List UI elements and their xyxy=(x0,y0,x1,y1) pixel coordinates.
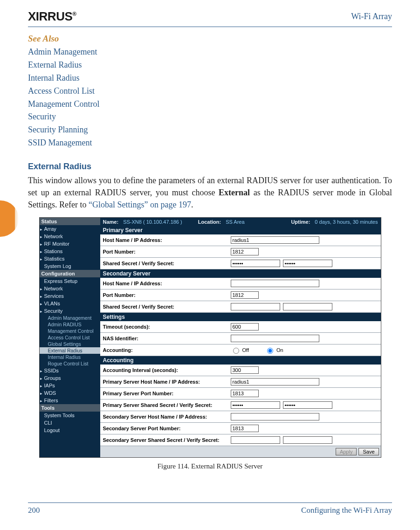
link-admin-management[interactable]: Admin Management xyxy=(28,46,392,59)
nav-sub-acl[interactable]: Access Control List xyxy=(40,334,100,341)
nav-item-logout[interactable]: Logout xyxy=(40,427,100,434)
body-end: . xyxy=(191,200,193,209)
nav-item-statistics[interactable]: Statistics xyxy=(40,255,100,262)
see-also-title: See Also xyxy=(28,34,392,44)
link-security[interactable]: Security xyxy=(28,110,392,124)
nav-item-network2[interactable]: Network xyxy=(40,285,100,292)
label-timeout: Timeout (seconds): xyxy=(103,324,228,330)
label-primary-host: Host Name / IP Address: xyxy=(103,237,228,243)
section-primary: Primary Server xyxy=(100,226,381,234)
section-settings: Settings xyxy=(100,313,381,321)
main-panel: Name: SS-XN8 ( 10.100.47.186 ) Location:… xyxy=(100,218,381,457)
label-s-port: Secondary Server Port Number: xyxy=(103,426,228,431)
nav-item-rf-monitor[interactable]: RF Monitor xyxy=(40,240,100,248)
nav-sub-admin-radius[interactable]: Admin RADIUS xyxy=(40,321,100,328)
nav-head-tools: Tools xyxy=(40,404,100,412)
nav-item-cli[interactable]: CLI xyxy=(40,419,100,427)
link-external-radius[interactable]: External Radius xyxy=(28,59,392,72)
input-s-secret[interactable] xyxy=(231,436,280,444)
label-on: On xyxy=(276,347,283,353)
label-secondary-host: Host Name / IP Address: xyxy=(103,281,228,286)
nav-sub-mgmt-control[interactable]: Management Control xyxy=(40,328,100,334)
input-primary-port[interactable] xyxy=(231,248,259,255)
input-p-secret[interactable] xyxy=(231,401,280,409)
input-p-port[interactable] xyxy=(231,390,259,397)
nav-item-network[interactable]: Network xyxy=(40,233,100,240)
nav-item-security[interactable]: Security xyxy=(40,307,100,315)
input-s-host[interactable] xyxy=(231,413,319,420)
doc-type: Wi-Fi Array xyxy=(351,12,392,21)
input-s-port[interactable] xyxy=(231,425,259,432)
topbar: Name: SS-XN8 ( 10.100.47.186 ) Location:… xyxy=(100,218,381,226)
figure-caption: Figure 114. External RADIUS Server xyxy=(28,462,392,470)
input-acct-interval[interactable] xyxy=(231,366,259,374)
nav-sidebar: Status Array Network RF Monitor Stations… xyxy=(40,218,100,457)
nav-sub-global-settings[interactable]: Global Settings xyxy=(40,341,100,347)
nav-item-iaps[interactable]: IAPs xyxy=(40,382,100,389)
nav-item-vlans[interactable]: VLANs xyxy=(40,300,100,307)
link-ssid-management[interactable]: SSID Management xyxy=(28,137,392,150)
section-title: External Radius xyxy=(28,162,392,172)
nav-item-filters[interactable]: Filters xyxy=(40,397,100,404)
topbar-name-value: SS-XN8 ( 10.100.47.186 ) xyxy=(123,219,182,225)
nav-item-system-log[interactable]: System Log xyxy=(40,262,100,270)
nav-sub-external-radius[interactable]: External Radius xyxy=(40,347,100,354)
page-header: XIRRUS® Wi-Fi Array xyxy=(28,9,392,27)
nav-head-status: Status xyxy=(40,218,100,225)
input-p-verify[interactable] xyxy=(283,401,332,409)
chapter-title: Configuring the Wi-Fi Array xyxy=(301,506,392,515)
label-acct-interval: Accounting Interval (seconds): xyxy=(103,367,228,373)
nav-head-config: Configuration xyxy=(40,270,100,277)
body-xref[interactable]: “Global Settings” on page 197 xyxy=(89,200,191,209)
link-access-control-list[interactable]: Access Control List xyxy=(28,85,392,98)
topbar-location-label: Location: xyxy=(198,219,221,225)
input-secondary-verify[interactable] xyxy=(283,303,332,310)
nav-item-array[interactable]: Array xyxy=(40,225,100,233)
body-bold: External xyxy=(219,188,250,197)
link-security-planning[interactable]: Security Planning xyxy=(28,124,392,137)
input-p-host[interactable] xyxy=(231,378,319,385)
topbar-uptime-value: 0 days, 3 hours, 30 minutes xyxy=(315,219,378,225)
nav-item-stations[interactable]: Stations xyxy=(40,248,100,255)
label-s-secret: Secondary Server Shared Secret / Verify … xyxy=(103,437,228,443)
link-management-control[interactable]: Management Control xyxy=(28,98,392,111)
input-primary-secret[interactable] xyxy=(231,260,280,267)
input-timeout[interactable] xyxy=(231,323,259,330)
input-s-verify[interactable] xyxy=(283,436,332,444)
label-p-port: Primary Server Port Number: xyxy=(103,391,228,396)
nav-item-ssids[interactable]: SSIDs xyxy=(40,367,100,374)
logo: XIRRUS® xyxy=(28,9,76,24)
input-primary-host[interactable] xyxy=(231,236,319,244)
link-internal-radius[interactable]: Internal Radius xyxy=(28,72,392,85)
nav-item-wds[interactable]: WDS xyxy=(40,389,100,397)
section-body: This window allows you to define the par… xyxy=(28,174,392,211)
nav-item-express-setup[interactable]: Express Setup xyxy=(40,277,100,285)
figure-screenshot: Status Array Network RF Monitor Stations… xyxy=(39,217,381,458)
section-accounting: Accounting xyxy=(100,356,381,365)
label-s-host: Secondary Server Host Name / IP Address: xyxy=(103,414,228,420)
nav-sub-rogue-control[interactable]: Rogue Control List xyxy=(40,360,100,367)
nav-item-services[interactable]: Services xyxy=(40,292,100,300)
save-button[interactable]: Save xyxy=(358,448,379,455)
radio-accounting-on[interactable] xyxy=(267,348,273,354)
see-also-links: Admin Management External Radius Interna… xyxy=(28,46,392,150)
input-secondary-host[interactable] xyxy=(231,280,319,287)
nav-sub-internal-radius[interactable]: Internal Radius xyxy=(40,354,100,360)
page-number: 200 xyxy=(28,506,40,515)
input-nas[interactable] xyxy=(231,335,319,342)
input-secondary-secret[interactable] xyxy=(231,303,280,310)
nav-item-system-tools[interactable]: System Tools xyxy=(40,412,100,419)
topbar-name-label: Name: xyxy=(103,219,119,225)
page-footer: 200 Configuring the Wi-Fi Array xyxy=(28,502,392,515)
label-primary-port: Port Number: xyxy=(103,249,228,255)
apply-button[interactable]: Apply xyxy=(336,448,357,455)
radio-accounting-off[interactable] xyxy=(233,348,239,354)
label-p-secret: Primary Server Shared Secret / Verify Se… xyxy=(103,402,228,408)
side-tab xyxy=(0,200,19,237)
nav-item-groups[interactable]: Groups xyxy=(40,374,100,382)
input-primary-verify[interactable] xyxy=(283,260,332,267)
section-secondary: Secondary Server xyxy=(100,269,381,278)
nav-sub-admin-mgmt[interactable]: Admin Management xyxy=(40,315,100,321)
label-off: Off xyxy=(242,347,249,353)
input-secondary-port[interactable] xyxy=(231,291,259,299)
